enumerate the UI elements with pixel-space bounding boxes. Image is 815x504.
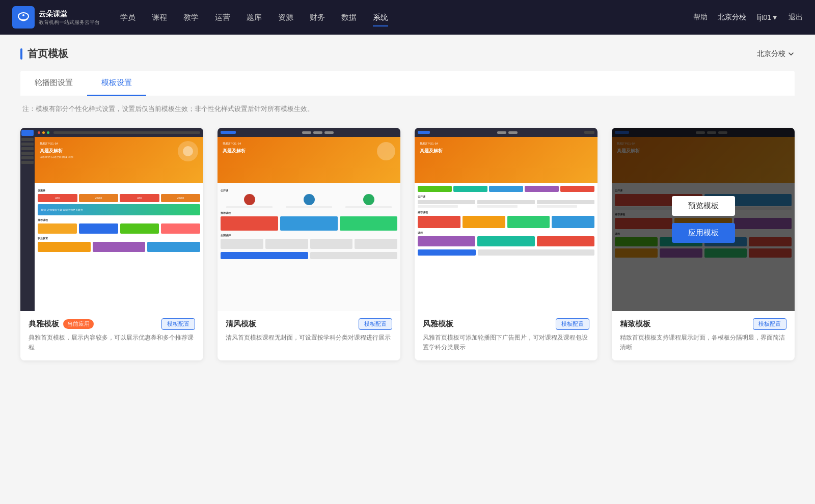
template-card-fengya: 托福TPO1-54 真题及解析 公开课 bbox=[415, 128, 597, 360]
template-name-row-fengya: 风雅模板 模板配置 bbox=[423, 318, 589, 330]
mock-body-clean: 公开课 bbox=[218, 183, 400, 311]
template-desc-clean: 清风首页模板课程无封面，可设置按学科分类对课程进行展示 bbox=[226, 333, 392, 343]
chevron-down-icon bbox=[787, 50, 795, 58]
mock-main: 托福TPO1-54 真题及解析 口语 听力 口语空白 阅读 写作 优惠券 bbox=[35, 128, 203, 311]
config-btn-elegant[interactable]: 模板配置 bbox=[161, 318, 195, 330]
nav-menu: 学员 课程 教学 运营 题库 资源 财务 数据 系统 bbox=[120, 11, 693, 24]
template-name-row-exquisite: 精致模板 模板配置 bbox=[620, 318, 786, 330]
template-desc-fengya: 风雅首页模板可添加轮播图下广告图片，可对课程及课程包设置学科分类展示 bbox=[423, 333, 589, 352]
nav-resources[interactable]: 资源 bbox=[278, 11, 293, 24]
navbar: 云朵课堂 教育机构一站式服务云平台 学员 课程 教学 运营 题库 资源 财务 数… bbox=[0, 0, 815, 35]
nav-right: 帮助 北京分校 lijt01▼ 退出 bbox=[693, 13, 803, 22]
template-name-clean: 清风模板 bbox=[226, 319, 256, 329]
template-preview-exquisite[interactable]: 托福TPO1-54 真题及解析 公开课 bbox=[612, 128, 795, 311]
branch-label[interactable]: 北京分校 bbox=[718, 13, 746, 22]
mock-topbar-clean bbox=[218, 128, 400, 137]
template-desc-exquisite: 精致首页模板支持课程展示封面，各模板分隔明显，界面简洁清晰 bbox=[620, 333, 786, 352]
template-info-elegant: 典雅模板 当前应用 模板配置 典雅首页模板，展示内容较多，可以展示优惠券和多个推… bbox=[20, 311, 203, 360]
mock-hero-clean: 托福TPO1-54 真题及解析 bbox=[218, 137, 400, 183]
badge-current-elegant: 当前应用 bbox=[63, 319, 94, 329]
mock-sidebar bbox=[20, 128, 35, 311]
logo-text: 云朵课堂 教育机构一站式服务云平台 bbox=[39, 9, 100, 25]
template-preview-clean[interactable]: 托福TPO1-54 真题及解析 公开课 bbox=[218, 128, 400, 311]
branch-selector[interactable]: 北京分校 bbox=[757, 49, 795, 59]
nav-courses[interactable]: 课程 bbox=[152, 11, 167, 24]
template-info-fengya: 风雅模板 模板配置 风雅首页模板可添加轮播图下广告图片，可对课程及课程包设置学科… bbox=[415, 311, 597, 360]
apply-btn-exquisite[interactable]: 应用模板 bbox=[672, 223, 735, 243]
template-card-elegant: 托福TPO1-54 真题及解析 口语 听力 口语空白 阅读 写作 优惠券 bbox=[20, 128, 203, 360]
page-header: 首页模板 北京分校 bbox=[20, 47, 795, 61]
template-card-exquisite: 托福TPO1-54 真题及解析 公开课 bbox=[612, 128, 795, 360]
mock-topbar-fengya bbox=[415, 128, 597, 137]
mock-hero-fengya: 托福TPO1-54 真题及解析 bbox=[415, 137, 597, 183]
mock-screen-fengya: 托福TPO1-54 真题及解析 公开课 bbox=[415, 128, 597, 311]
template-preview-elegant[interactable]: 托福TPO1-54 真题及解析 口语 听力 口语空白 阅读 写作 优惠券 bbox=[20, 128, 203, 311]
page-content: 首页模板 北京分校 轮播图设置 模板设置 注：模板有部分个性化样式设置，设置后仅… bbox=[0, 35, 815, 504]
help-link[interactable]: 帮助 bbox=[693, 13, 708, 22]
template-name-row-elegant: 典雅模板 当前应用 模板配置 bbox=[29, 318, 195, 330]
config-btn-clean[interactable]: 模板配置 bbox=[359, 318, 392, 330]
tab-carousel[interactable]: 轮播图设置 bbox=[20, 71, 87, 96]
nav-students[interactable]: 学员 bbox=[120, 11, 135, 24]
preview-btn-exquisite[interactable]: 预览模板 bbox=[672, 196, 735, 216]
template-info-exquisite: 精致模板 模板配置 精致首页模板支持课程展示封面，各模板分隔明显，界面简洁清晰 bbox=[612, 311, 795, 360]
template-name-fengya: 风雅模板 bbox=[423, 319, 453, 329]
template-preview-fengya[interactable]: 托福TPO1-54 真题及解析 公开课 bbox=[415, 128, 597, 311]
mock-body-fengya: 公开课 bbox=[415, 183, 597, 311]
template-desc-elegant: 典雅首页模板，展示内容较多，可以展示优惠券和多个推荐课程 bbox=[29, 333, 195, 352]
template-name-exquisite: 精致模板 bbox=[620, 319, 650, 329]
svg-point-1 bbox=[22, 14, 24, 16]
user-menu[interactable]: lijt01▼ bbox=[756, 13, 778, 21]
config-btn-fengya[interactable]: 模板配置 bbox=[556, 318, 589, 330]
tab-template[interactable]: 模板设置 bbox=[87, 71, 146, 96]
template-name-elegant: 典雅模板 bbox=[29, 319, 59, 329]
nav-teaching[interactable]: 教学 bbox=[183, 11, 199, 24]
template-card-clean: 托福TPO1-54 真题及解析 公开课 bbox=[218, 128, 400, 360]
nav-system[interactable]: 系统 bbox=[373, 11, 388, 24]
logo-icon bbox=[12, 6, 35, 29]
mock-body: 优惠券 ¥30 +¥200 ¥30 +¥200 30天 让你摆脱平庸 知识使你更… bbox=[35, 183, 203, 311]
template-info-clean: 清风模板 模板配置 清风首页模板课程无封面，可设置按学科分类对课程进行展示 bbox=[218, 311, 400, 351]
logo[interactable]: 云朵课堂 教育机构一站式服务云平台 bbox=[12, 6, 100, 29]
tabs-container: 轮播图设置 模板设置 bbox=[20, 71, 795, 96]
templates-grid: 托福TPO1-54 真题及解析 口语 听力 口语空白 阅读 写作 优惠券 bbox=[20, 128, 795, 360]
overlay-exquisite: 预览模板 应用模板 bbox=[612, 128, 795, 311]
note-bar: 注：模板有部分个性化样式设置，设置后仅当前模板生效；非个性化样式设置后针对所有模… bbox=[20, 104, 795, 114]
mock-screen-clean: 托福TPO1-54 真题及解析 公开课 bbox=[218, 128, 400, 311]
page-title: 首页模板 bbox=[20, 47, 68, 61]
mock-topbar bbox=[35, 128, 203, 137]
nav-operations[interactable]: 运营 bbox=[215, 11, 230, 24]
nav-questions[interactable]: 题库 bbox=[247, 11, 262, 24]
template-name-row-clean: 清风模板 模板配置 bbox=[226, 318, 392, 330]
mock-hero: 托福TPO1-54 真题及解析 口语 听力 口语空白 阅读 写作 bbox=[35, 137, 203, 183]
nav-data[interactable]: 数据 bbox=[341, 11, 357, 24]
nav-finance[interactable]: 财务 bbox=[310, 11, 325, 24]
logout-button[interactable]: 退出 bbox=[789, 13, 803, 22]
config-btn-exquisite[interactable]: 模板配置 bbox=[753, 318, 786, 330]
